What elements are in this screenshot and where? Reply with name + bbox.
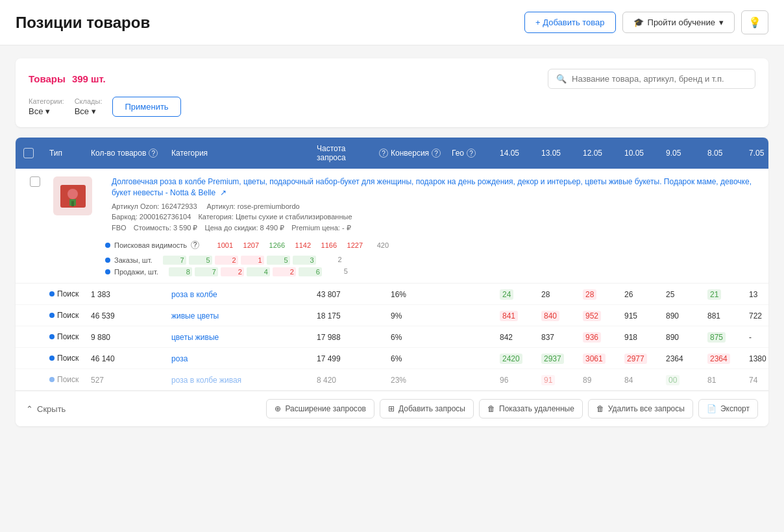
conversion-col: 23% <box>391 375 449 385</box>
date-cell: 952 <box>583 311 622 320</box>
table-container: Тип Кол-во товаров ? Категория Частота з… <box>16 138 768 426</box>
sales-stats: Продажи, шт. 8 7 2 4 2 6 5 <box>97 267 768 283</box>
graduation-icon: 🎓 <box>633 18 644 27</box>
date-cell: 96 <box>500 375 539 385</box>
chevron-down-icon: ▾ <box>719 18 724 27</box>
category-select[interactable]: Все ▾ <box>29 106 64 116</box>
select-all-checkbox[interactable] <box>23 148 34 158</box>
table-header: Тип Кол-во товаров ? Категория Частота з… <box>16 138 768 169</box>
qty-col: 46 140 <box>91 354 169 363</box>
qty-col: 9 880 <box>91 332 169 342</box>
qty-col: 527 <box>91 375 169 385</box>
th-type: Тип <box>49 149 88 158</box>
type-badge: Поиск <box>49 375 88 384</box>
product-image <box>53 176 92 215</box>
qty-help-icon[interactable]: ? <box>149 149 158 158</box>
keyword-row: Поиск46 140роза17 4996%24202937306129772… <box>16 348 768 369</box>
frequency-cell: 17 499 <box>317 354 341 363</box>
export-button[interactable]: 📄 Экспорт <box>698 399 758 418</box>
filters-top: Товары 399 шт. 🔍 <box>29 69 755 89</box>
expand-queries-button[interactable]: ⊕ Расширение запросов <box>266 399 374 418</box>
category-cell[interactable]: живые цветы <box>171 311 219 320</box>
product-details: Долговечная роза в колбе Premium, цветы,… <box>112 176 761 233</box>
type-col: Поиск <box>49 289 88 298</box>
search-input[interactable] <box>572 74 747 84</box>
chevron-down-icon: ▾ <box>45 106 50 116</box>
add-product-button[interactable]: + Добавить товар <box>524 12 616 33</box>
sales-dot <box>105 269 110 274</box>
svg-rect-4 <box>71 201 74 206</box>
th-geo: Гео ? <box>452 149 497 158</box>
date-cell: 26 <box>624 289 663 299</box>
warehouse-filter: Склады: Все ▾ <box>75 97 103 116</box>
th-d14: 14.05 <box>500 149 539 158</box>
frequency-help-icon[interactable]: ? <box>379 149 388 158</box>
category-cell[interactable]: роза в колбе живая <box>171 376 241 385</box>
product-info: Долговечная роза в колбе Premium, цветы,… <box>16 169 768 241</box>
date-cell: 91 <box>541 375 580 385</box>
conversion-cell: 6% <box>391 333 402 342</box>
type-dot <box>49 356 55 361</box>
category-cell[interactable]: роза в колбе <box>171 290 217 299</box>
date-cell: 842 <box>500 332 539 342</box>
qty-cell: 1 383 <box>91 290 110 299</box>
category-value: Все <box>29 106 43 116</box>
conversion-help-icon[interactable]: ? <box>432 149 441 158</box>
th-category: Категория <box>171 149 314 158</box>
qty-cell: 46 140 <box>91 354 115 363</box>
category-cell[interactable]: цветы живые <box>171 333 219 342</box>
date-cell: - <box>749 332 768 342</box>
show-deleted-button[interactable]: 🗑 Показать удаленные <box>479 399 583 418</box>
date-cell: 890 <box>666 311 705 320</box>
content-area: Товары 399 шт. 🔍 Категории: Все ▾ Склады… <box>0 45 784 439</box>
date-cell: 28 <box>541 289 580 299</box>
frequency-col: 18 175 <box>317 311 388 320</box>
date-cell: 841 <box>500 311 539 320</box>
frequency-cell: 8 420 <box>317 376 336 385</box>
category-col: роза <box>171 354 314 363</box>
geo-help-icon[interactable]: ? <box>467 149 476 158</box>
product-row: Долговечная роза в колбе Premium, цветы,… <box>16 169 768 284</box>
th-conversion: Конверсия ? <box>391 149 449 158</box>
date-cell: 2937 <box>541 354 580 363</box>
export-icon: 📄 <box>707 404 717 413</box>
frequency-col: 8 420 <box>317 375 388 385</box>
date-cell: 28 <box>583 289 622 299</box>
bulb-icon: 💡 <box>748 17 761 28</box>
category-col: роза в колбе <box>171 289 314 299</box>
th-frequency: Частота запроса ? <box>317 144 388 162</box>
category-filter: Категории: Все ▾ <box>29 97 64 116</box>
date-cell: 84 <box>624 375 663 385</box>
add-queries-button[interactable]: ⊞ Добавить запросы <box>380 399 474 418</box>
svg-point-2 <box>67 189 78 199</box>
hide-button[interactable]: ⌃ Скрыть <box>26 404 66 414</box>
type-dot <box>49 313 55 318</box>
delete-all-button[interactable]: 🗑 Удалить все запросы <box>588 399 693 418</box>
external-link-icon[interactable]: ↗ <box>220 188 227 197</box>
category-cell[interactable]: роза <box>171 354 188 363</box>
keyword-row: Поиск1 383роза в колбе43 80716%242828262… <box>16 284 768 305</box>
warehouse-select[interactable]: Все ▾ <box>75 106 103 116</box>
search-values: 1001 1207 1266 1142 1166 1227 420 <box>210 241 389 249</box>
product-checkbox[interactable] <box>30 176 40 187</box>
th-d9: 9.05 <box>666 149 705 158</box>
training-button[interactable]: 🎓 Пройти обучение ▾ <box>622 12 735 33</box>
help-icon[interactable]: ? <box>191 241 199 249</box>
apply-button[interactable]: Применить <box>112 97 180 117</box>
search-dot <box>105 243 110 248</box>
category-col: роза в колбе живая <box>171 375 314 385</box>
orders-values: 7 5 2 1 5 3 2 <box>163 256 342 265</box>
date-cell: 936 <box>583 332 622 342</box>
category-col: живые цветы <box>171 311 314 320</box>
goods-count-value: 399 шт. <box>72 73 106 84</box>
qty-cell: 9 880 <box>91 333 110 342</box>
search-visibility-stat: Поисковая видимость ? <box>105 241 199 249</box>
chevron-down-icon: ▾ <box>92 106 96 116</box>
qty-cell: 527 <box>91 376 104 385</box>
date-cell: 2420 <box>500 354 539 363</box>
type-dot <box>49 291 55 296</box>
light-button[interactable]: 💡 <box>741 10 768 34</box>
type-badge: Поиск <box>49 289 88 298</box>
type-badge: Поиск <box>49 354 88 363</box>
frequency-col: 17 499 <box>317 354 388 363</box>
